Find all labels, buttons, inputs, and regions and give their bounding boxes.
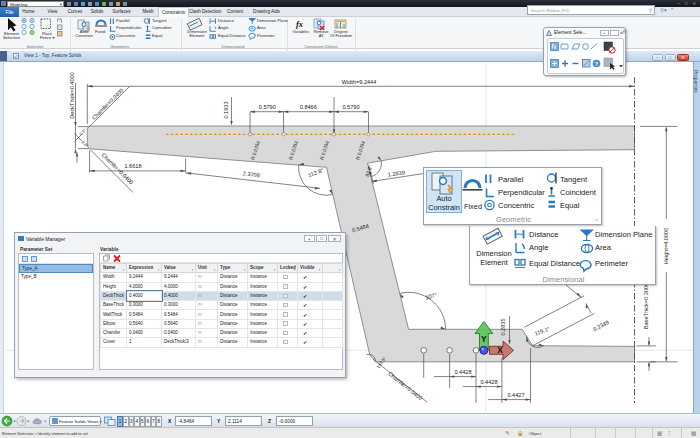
svg-text:107°: 107° [425, 292, 438, 301]
svg-text:2.3708: 2.3708 [242, 170, 260, 178]
svg-text:Chamfer=0.0400: Chamfer=0.0400 [91, 87, 125, 121]
svg-text:Height=4.0000: Height=4.0000 [663, 228, 669, 265]
svg-text:0.4428: 0.4428 [454, 369, 471, 375]
svg-text:1.6618: 1.6618 [124, 163, 141, 169]
svg-text:X: X [497, 345, 503, 355]
svg-text:Width=9.2444: Width=9.2444 [342, 79, 377, 85]
svg-text:0.5790: 0.5790 [342, 104, 359, 110]
svg-text:Chamfer=0.0400: Chamfer=0.0400 [387, 371, 423, 402]
svg-text:0.2835: 0.2835 [500, 318, 506, 335]
svg-text:1.2839: 1.2839 [387, 169, 405, 177]
svg-text:Y: Y [481, 334, 487, 344]
svg-text:0.2349: 0.2349 [592, 319, 610, 332]
svg-text:0.5790: 0.5790 [259, 104, 276, 110]
svg-text:0.8466: 0.8466 [300, 104, 317, 110]
svg-text:DeckThick=0.4000: DeckThick=0.4000 [69, 72, 75, 119]
svg-text:0.4427: 0.4427 [507, 392, 524, 398]
svg-text:0.4428: 0.4428 [480, 379, 497, 385]
svg-text:2.3°: 2.3° [78, 127, 87, 136]
svg-text:0.1933: 0.1933 [223, 101, 229, 118]
svg-text:BaseThick=0.3000: BaseThick=0.3000 [643, 283, 649, 330]
svg-text:119.1°: 119.1° [534, 326, 551, 337]
svg-text:112.8°: 112.8° [307, 167, 324, 178]
